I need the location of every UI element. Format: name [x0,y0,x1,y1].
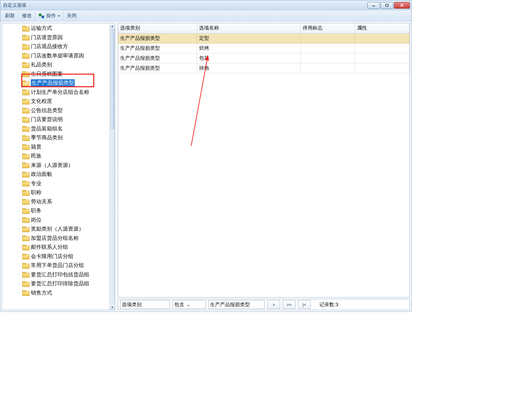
tree-item[interactable]: ⋯要货汇总打印包括货品组 [18,270,110,280]
maximize-button[interactable] [381,2,393,9]
tree-item[interactable]: ⋯生日蛋糕图案 [18,70,110,79]
table-row[interactable]: 生产产品报损类型掉地 [118,63,410,73]
tree-item-label: 职称 [31,189,41,196]
tree-branch-icon: ⋯ [18,27,20,30]
scrollbar-up-arrow-icon[interactable]: ▲ [110,23,115,29]
nav-next-button[interactable]: > [267,300,280,309]
operate-label: 操作 [46,13,56,19]
tree-item[interactable]: ⋯职务 [18,206,110,216]
scrollbar-thumb[interactable] [111,29,114,129]
tree-branch-icon: ⋯ [18,264,20,267]
tree-item[interactable]: ⋯政治面貌 [18,170,110,179]
tree-branch-icon: ⋯ [18,54,20,57]
tree-item-label: 劳动关系 [31,198,52,205]
tree-item[interactable]: ⋯门店退货原因 [18,33,110,42]
table-cell: 包装 [197,53,301,63]
tree-branch-icon: ⋯ [18,164,20,167]
tree-item[interactable]: ⋯民族 [18,152,110,161]
tree-item[interactable]: ⋯门店改数单据审请原因 [18,51,110,61]
table-header-cell[interactable]: 停用标志 [301,23,355,33]
tree-branch-icon: ⋯ [18,173,20,176]
scrollbar-down-arrow-icon[interactable]: ▼ [110,305,115,310]
table-cell: 生产产品报损类型 [118,33,197,43]
tree-item[interactable]: ⋯门店退品接收方 [18,42,110,51]
tree-item[interactable]: ⋯计划生产单分店组合名称 [18,88,110,97]
table-row[interactable]: 生产产品报损类型包装 [118,53,410,63]
tree-branch-icon: ⋯ [18,63,20,66]
filter-op-select[interactable]: 包含 [173,300,206,309]
close-icon [400,4,404,7]
close-button[interactable]: 关闭 [63,11,80,20]
table-header-cell[interactable]: 属性 [355,23,410,33]
table-cell: 生产产品报损类型 [118,53,197,63]
tree-item[interactable]: ⋯奖励类别（人源资源） [18,225,110,234]
minimize-button[interactable] [367,2,380,9]
table-header-cell[interactable]: 选项名称 [197,23,301,33]
table-cell [301,63,355,73]
modify-button[interactable]: 修改 [19,11,36,20]
folder-icon [22,81,29,86]
close-label: 关闭 [67,13,77,19]
tree-branch-icon: ⋯ [18,127,20,130]
maximize-icon [385,4,389,7]
tree-item-label: 来源（人源资源） [31,162,73,169]
tree-item[interactable]: ⋯常用下单货品门店分组 [18,261,110,270]
tree-item[interactable]: ⋯邮件联系人分组 [18,243,110,252]
content-area: ⋯运输方式⋯门店退货原因⋯门店退品接收方⋯门店改数单据审请原因⋯礼品类别⋯生日蛋… [0,22,411,311]
folder-icon [22,26,29,31]
refresh-button[interactable]: 刷新 [2,11,19,20]
tree-item[interactable]: ⋯岗位 [18,216,110,225]
operate-menu[interactable]: 操作 ▾ [36,11,63,20]
svg-rect-1 [386,4,388,6]
tree-branch-icon: ⋯ [18,219,20,222]
tree-item[interactable]: ⋯销售方式 [18,289,110,298]
tree-item-label: 销售方式 [31,290,52,297]
tree-branch-icon: ⋯ [18,182,20,185]
tree-item[interactable]: ⋯来源（人源资源） [18,161,110,170]
filter-value-input[interactable]: 生产产品报损类型 [208,300,265,309]
filter-bar: 选项类别 包含 生产产品报损类型 > >> |< 记录数:3 [118,299,410,310]
tree-item-label: 政治面貌 [31,171,52,178]
tree-item[interactable]: ⋯公告信息类型 [18,106,110,115]
table-cell: 生产产品报损类型 [118,63,197,73]
tree-item[interactable]: ⋯货品装箱组名 [18,124,110,134]
tree-panel: ⋯运输方式⋯门店退货原因⋯门店退品接收方⋯门店改数单据审请原因⋯礼品类别⋯生日蛋… [2,23,115,310]
tree-item[interactable]: ⋯季节商品类别 [18,133,110,143]
tree-item[interactable]: ⋯劳动关系 [18,197,110,207]
tree-item[interactable]: ⋯籍贯 [18,143,110,152]
tree-item[interactable]: ⋯职称 [18,188,110,197]
tree-scrollbar[interactable]: ▲ ▼ [110,23,115,310]
table-cell [301,53,355,63]
options-table[interactable]: 选项类别选项名称停用标志属性 生产产品报损类型定型生产产品报损类型烘烤生产产品报… [118,23,410,73]
nav-first-button[interactable]: |< [298,300,311,309]
tree-item[interactable]: ⋯门店要货说明 [18,115,110,124]
tree-item[interactable]: ⋯文化程度 [18,97,110,106]
folder-icon [22,71,29,77]
table-cell [301,43,355,53]
close-window-button[interactable] [394,2,410,9]
tree-branch-icon: ⋯ [18,255,20,258]
table-row[interactable]: 生产产品报损类型烘烤 [118,43,410,53]
tree-item[interactable]: ⋯专业 [18,179,110,188]
table-cell [355,43,410,53]
filter-field-select[interactable]: 选项类别 [120,300,170,309]
tree-item[interactable]: ⋯生产产品报损类型 [18,79,110,88]
tree-item[interactable]: ⋯会卡限用门店分组 [18,252,110,261]
tree-item-label: 要货汇总打印排除货品组 [31,280,89,287]
folder-icon [22,144,29,150]
folder-icon [22,163,29,168]
table-header-cell[interactable]: 选项类别 [118,23,197,33]
tree-branch-icon: ⋯ [18,209,20,212]
table-cell: 烘烤 [197,43,301,53]
tree-scroll[interactable]: ⋯运输方式⋯门店退货原因⋯门店退品接收方⋯门店改数单据审请原因⋯礼品类别⋯生日蛋… [2,23,110,310]
filter-op-value: 包含 [174,302,184,308]
tree-item[interactable]: ⋯礼品类别 [18,60,110,70]
folder-icon [22,90,29,95]
table-row[interactable]: 生产产品报损类型定型 [118,33,410,43]
tree-item[interactable]: ⋯要货汇总打印排除货品组 [18,279,110,289]
tree-item[interactable]: ⋯运输方式 [18,24,110,33]
nav-last-button[interactable]: >> [283,300,295,309]
refresh-label: 刷新 [5,13,15,19]
titlebar[interactable]: 自定义选项 [0,0,411,10]
tree-item[interactable]: ⋯加盟店货品分组名称 [18,234,110,243]
